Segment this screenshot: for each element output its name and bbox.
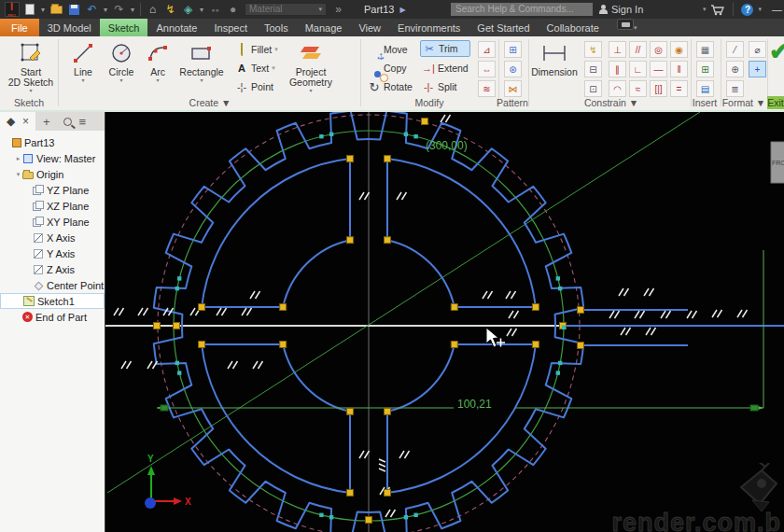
tree-item-z-axis[interactable]: Z Axis — [0, 261, 105, 277]
start-2d-sketch-button[interactable]: Start2D Sketch ▾ — [6, 39, 56, 93]
web-ring-arc[interactable] — [387, 159, 536, 307]
tree-item-xz-plane[interactable]: XZ Plane — [0, 198, 105, 214]
midpoint-handle[interactable] — [329, 515, 333, 519]
perpendicular-constraint-icon[interactable]: ∟ — [629, 61, 647, 77]
update-icon[interactable]: ↯ — [162, 2, 178, 17]
vertex-handle[interactable] — [174, 323, 180, 329]
dimension-value[interactable]: 100,21 — [457, 398, 492, 411]
parallel-constraint-icon[interactable] — [621, 328, 631, 335]
tab-tools[interactable]: Tools — [256, 19, 297, 36]
parallel-constraint-icon[interactable] — [509, 311, 519, 318]
parallel-constraint-icon[interactable] — [687, 311, 697, 318]
midpoint-handle[interactable] — [558, 287, 562, 290]
dimension-grip[interactable] — [750, 405, 758, 411]
hub-arc[interactable] — [283, 240, 350, 307]
symmetric-constraint-icon[interactable]: [|] — [650, 80, 667, 97]
vertex-handle[interactable] — [422, 119, 428, 125]
arc-button[interactable]: Arc▾ — [142, 39, 174, 83]
parallel-constraint-icon[interactable] — [138, 308, 148, 315]
constraint-hatch-icon[interactable] — [379, 459, 385, 471]
tree-item-yz-plane[interactable]: YZ Plane — [0, 182, 105, 198]
tree-expander-icon[interactable]: ▾ — [14, 171, 22, 178]
tab-inspect[interactable]: Inspect — [206, 19, 256, 36]
vertex-handle[interactable] — [578, 307, 584, 314]
parallel-constraint-icon[interactable] — [359, 192, 370, 200]
split-button[interactable]: -|-Split — [422, 78, 456, 95]
minimize-icon[interactable]: — — [772, 4, 782, 15]
web-ring-arc[interactable] — [387, 344, 536, 493]
tab-file[interactable]: File — [0, 19, 39, 36]
browser-menu-icon[interactable]: ≡ — [79, 115, 87, 129]
cart-icon[interactable] — [710, 4, 725, 16]
project-geometry-button[interactable]: ProjectGeometry ▾ — [282, 39, 340, 93]
tree-item-x-axis[interactable]: X Axis — [0, 230, 105, 245]
browser-search-icon[interactable] — [63, 118, 72, 126]
signin-dropdown-icon[interactable]: ▾ — [703, 6, 707, 13]
point-button[interactable]: -¦-Point — [235, 78, 273, 95]
tab-3d-model[interactable]: 3D Model — [39, 19, 100, 36]
midpoint-handle[interactable] — [319, 513, 323, 517]
midpoint-handle[interactable] — [175, 361, 179, 365]
vertex-handle[interactable] — [280, 342, 287, 348]
parallel-constraint-icon[interactable] — [385, 510, 396, 517]
parallel-constraint-icon[interactable] — [114, 308, 124, 315]
parallel-constraint-icon[interactable] — [609, 311, 620, 318]
tangent-constraint-icon[interactable]: ◠ — [609, 80, 626, 97]
text-button[interactable]: AText▾ — [235, 60, 275, 77]
save-icon[interactable] — [66, 2, 82, 17]
undo-dropdown-icon[interactable]: ▾ — [102, 2, 109, 17]
help-icon[interactable]: ? — [741, 4, 753, 16]
vertex-handle[interactable] — [199, 342, 205, 348]
midpoint-handle[interactable] — [556, 276, 560, 280]
add-tab-icon[interactable]: + — [43, 115, 50, 129]
circle-button[interactable]: Circle▾ — [103, 39, 140, 83]
tab-sketch[interactable]: Sketch — [100, 19, 148, 36]
toolbar-overflow-icon[interactable]: » — [330, 2, 346, 17]
move-button[interactable]: ↔↕Move — [368, 41, 408, 58]
center-point-icon[interactable]: + — [749, 61, 766, 77]
import-acad-icon[interactable]: ▤ — [696, 80, 714, 97]
midpoint-handle[interactable] — [558, 361, 562, 365]
import-points-icon[interactable]: ⊞ — [696, 61, 714, 77]
parallel-constraint-icon[interactable] — [228, 361, 238, 369]
vertex-handle[interactable] — [532, 342, 539, 348]
sign-in-label[interactable]: Sign In — [611, 4, 643, 15]
parallel-constraint-icon[interactable] — [483, 291, 493, 299]
centerline-icon[interactable]: ⊕ — [726, 61, 744, 77]
sign-in-area[interactable]: Sign In — [598, 0, 643, 19]
vertex-handle[interactable] — [385, 489, 391, 496]
tab-get-started[interactable]: Get Started — [469, 19, 538, 36]
vertex-handle[interactable] — [385, 156, 391, 162]
hub-arc[interactable] — [283, 344, 350, 412]
look-at-dropdown-icon[interactable]: ▾ — [198, 2, 205, 17]
parallel-constraint-icon[interactable] — [737, 310, 748, 317]
help-dropdown-icon[interactable]: ▾ — [758, 6, 762, 13]
vertex-handle[interactable] — [154, 323, 161, 329]
sketch-canvas[interactable]: 100,21(300,00)YXFRO render.com.b — [105, 112, 784, 532]
tree-item-origin[interactable]: ▾Origin — [0, 166, 105, 182]
tree-item-y-axis[interactable]: Y Axis — [0, 245, 105, 261]
concentric-constraint-icon[interactable]: ◎ — [650, 41, 667, 58]
reference-dimension-value[interactable]: (300,00) — [426, 139, 468, 152]
midpoint-handle[interactable] — [562, 326, 566, 329]
horizontal-constraint-icon[interactable]: — — [650, 61, 667, 77]
parallel-constraint-icon[interactable]: ∥ — [609, 61, 626, 77]
parallel-constraint-icon[interactable] — [399, 451, 410, 458]
vertex-handle[interactable] — [385, 408, 391, 414]
parallel-constraint-icon[interactable] — [121, 361, 132, 369]
browser-model-tab[interactable]: ◆× — [0, 112, 35, 131]
equal-constraint-icon[interactable]: = — [670, 80, 688, 97]
parallel-constraint-icon[interactable] — [441, 115, 451, 122]
construction-icon[interactable]: ⁄ — [726, 41, 744, 58]
rectangular-pattern-icon[interactable]: ⊞ — [504, 41, 522, 58]
tree-item-end-of-part[interactable]: ✕End of Part — [0, 309, 105, 325]
parallel-constraint-icon[interactable] — [147, 361, 158, 369]
panel-label-insert[interactable]: Insert — [689, 96, 721, 109]
tree-item-sketch1[interactable]: Sketch1 — [0, 293, 105, 309]
web-ring-arc[interactable] — [202, 344, 350, 493]
look-at-icon[interactable]: ◈ — [180, 2, 196, 17]
vertex-handle[interactable] — [347, 156, 354, 162]
vertex-handle[interactable] — [366, 517, 372, 524]
undo-icon[interactable]: ↶ — [84, 2, 100, 17]
vertex-handle[interactable] — [347, 237, 354, 244]
